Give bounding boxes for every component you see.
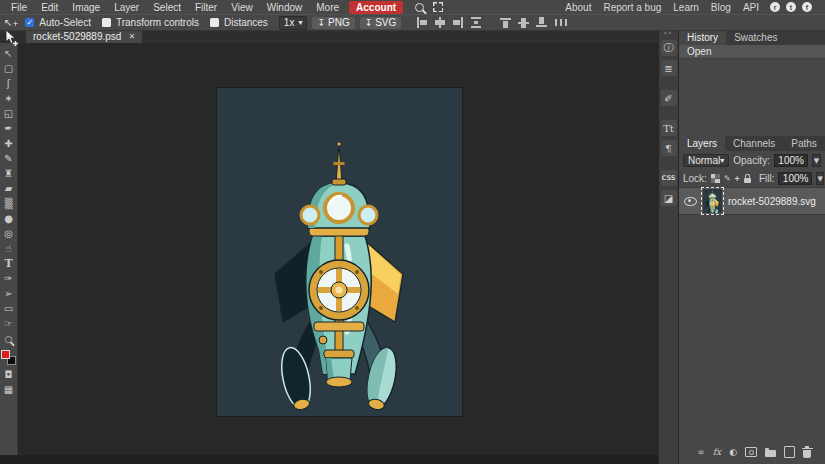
dodge-tool[interactable]: ◎ (1, 226, 17, 241)
current-tool-icon: ↖+ (4, 17, 18, 28)
history-entry[interactable]: Open (679, 45, 825, 59)
opacity-input[interactable]: 100% (774, 154, 808, 167)
move-tool[interactable]: ↖ (1, 46, 17, 61)
brush-tool[interactable]: ✎ (1, 151, 17, 166)
menubar-link[interactable]: Learn (667, 2, 705, 13)
panel-tab[interactable]: Layers (679, 136, 725, 151)
crop-tool[interactable]: ◱ (1, 106, 17, 121)
mask-icon[interactable] (745, 447, 757, 457)
transform-controls-checkbox[interactable] (102, 18, 111, 27)
transform-controls-label[interactable]: Transform controls (116, 17, 199, 28)
export-png-button[interactable]: ↧ PNG (312, 17, 354, 29)
link-icon[interactable]: ∞ (697, 447, 705, 457)
twitter-icon[interactable]: t (786, 2, 796, 12)
panel-tab[interactable]: Channels (725, 136, 783, 151)
hand-tool[interactable]: ☞ (1, 316, 17, 331)
opacity-label: Opacity: (733, 155, 770, 166)
facebook-icon[interactable]: f (802, 2, 812, 12)
panel-tab[interactable]: Swatches (726, 30, 785, 45)
menubar-item[interactable]: Select (146, 2, 188, 13)
distribute-horizontal-icon[interactable] (554, 17, 568, 28)
close-icon[interactable]: ✕ (128, 32, 135, 41)
account-button[interactable]: Account (349, 1, 403, 14)
pen-tool[interactable]: ✑ (1, 271, 17, 286)
menubar-link[interactable]: Blog (705, 2, 737, 13)
eyedropper-tool[interactable]: ✒ (1, 121, 17, 136)
opacity-dropdown-icon[interactable]: ▼ (812, 154, 821, 167)
blend-mode-select[interactable]: Normal ▾ (683, 154, 729, 167)
new-layer-icon[interactable] (784, 446, 795, 458)
effects-icon[interactable]: fx (713, 447, 721, 457)
document-canvas[interactable] (217, 88, 462, 416)
info-panel-icon[interactable]: ⓘ (661, 40, 677, 56)
align-middle-icon[interactable] (518, 17, 530, 28)
fill-dropdown-icon[interactable]: ▼ (816, 172, 823, 185)
lock-paint-icon[interactable]: ✎ (724, 174, 731, 183)
paragraph-panel-icon[interactable]: ¶ (661, 140, 677, 156)
adjustment-icon[interactable]: ◐ (729, 447, 737, 457)
menubar-item[interactable]: File (4, 2, 34, 13)
lasso-tool[interactable]: ʃ (1, 76, 17, 91)
panel-tab[interactable]: Paths (783, 136, 825, 151)
zoom-tool[interactable]: ○ (1, 331, 17, 346)
brush-settings-icon[interactable]: ✐ (661, 90, 677, 106)
document-tab[interactable]: rocket-5029889.psd ✕ (26, 30, 142, 43)
horizontal-scroll-strip[interactable] (0, 455, 658, 464)
menubar-item[interactable]: Image (65, 2, 107, 13)
distances-label[interactable]: Distances (224, 17, 268, 28)
align-left-icon[interactable] (416, 17, 428, 28)
quick-mask-icon[interactable]: ◘ (1, 367, 17, 382)
distances-checkbox[interactable] (210, 18, 219, 27)
rectangle-select-tool[interactable]: ▢ (1, 61, 17, 76)
magic-wand-tool[interactable]: ✶ (1, 91, 17, 106)
panel-tab[interactable]: History (679, 30, 726, 45)
distribute-vertical-icon[interactable] (470, 17, 482, 28)
auto-select-label[interactable]: Auto-Select (39, 17, 91, 28)
fullscreen-icon[interactable] (433, 2, 443, 12)
menubar-item[interactable]: View (224, 2, 260, 13)
type-tool[interactable]: T (1, 256, 17, 271)
align-right-icon[interactable] (452, 17, 464, 28)
align-top-icon[interactable] (500, 17, 512, 28)
screen-mode-icon[interactable]: ▦ (1, 382, 17, 397)
align-bottom-icon[interactable] (536, 17, 548, 28)
menubar-item[interactable]: Layer (107, 2, 146, 13)
smudge-tool[interactable]: ☝ (1, 241, 17, 256)
character-panel-icon[interactable]: Tt (661, 120, 677, 136)
clone-stamp-tool[interactable]: ♜ (1, 166, 17, 181)
gradient-tool[interactable]: ▒ (1, 196, 17, 211)
menubar-item[interactable]: Window (260, 2, 310, 13)
menubar-right: AboutReport a bugLearnBlogAPI rtf (559, 2, 815, 13)
blend-opacity-row: Normal ▾ Opacity: 100% ▼ (679, 151, 825, 170)
healing-brush-tool[interactable]: ✚ (1, 136, 17, 151)
blur-tool[interactable]: ● (1, 211, 17, 226)
path-select-tool[interactable]: ➢ (1, 286, 17, 301)
css-panel-icon[interactable]: CSS (661, 170, 677, 186)
menubar-link[interactable]: API (737, 2, 765, 13)
properties-panel-icon[interactable]: ≣ (661, 60, 677, 76)
menubar-link[interactable]: Report a bug (597, 2, 667, 13)
new-group-icon[interactable] (765, 450, 776, 457)
lock-transparency-icon[interactable] (711, 174, 720, 183)
search-icon[interactable] (415, 3, 424, 12)
reddit-icon[interactable]: r (770, 2, 780, 12)
menubar-item[interactable]: More (309, 2, 346, 13)
lock-icons: ✎ + (711, 174, 751, 184)
align-center-icon[interactable] (434, 17, 446, 28)
lock-position-icon[interactable]: + (735, 174, 740, 184)
delete-layer-icon[interactable] (803, 450, 811, 458)
foreground-color-swatch[interactable] (1, 350, 10, 359)
image-panel-icon[interactable]: ◪ (661, 190, 677, 206)
visibility-eye-icon[interactable] (684, 197, 697, 206)
eraser-tool[interactable]: ▰ (1, 181, 17, 196)
pixel-ratio-select[interactable]: 1x ▾ (279, 16, 308, 30)
auto-select-checkbox[interactable] (25, 18, 34, 27)
menubar-link[interactable]: About (559, 2, 597, 13)
fill-input[interactable]: 100% (778, 172, 812, 185)
menubar-item[interactable]: Filter (188, 2, 224, 13)
shape-tool[interactable]: ▭ (1, 301, 17, 316)
export-svg-button[interactable]: ↧ SVG (360, 17, 402, 29)
menubar-item[interactable]: Edit (34, 2, 65, 13)
lock-all-icon[interactable] (744, 178, 751, 183)
layer-row[interactable]: rocket-5029889.svg (679, 188, 825, 215)
